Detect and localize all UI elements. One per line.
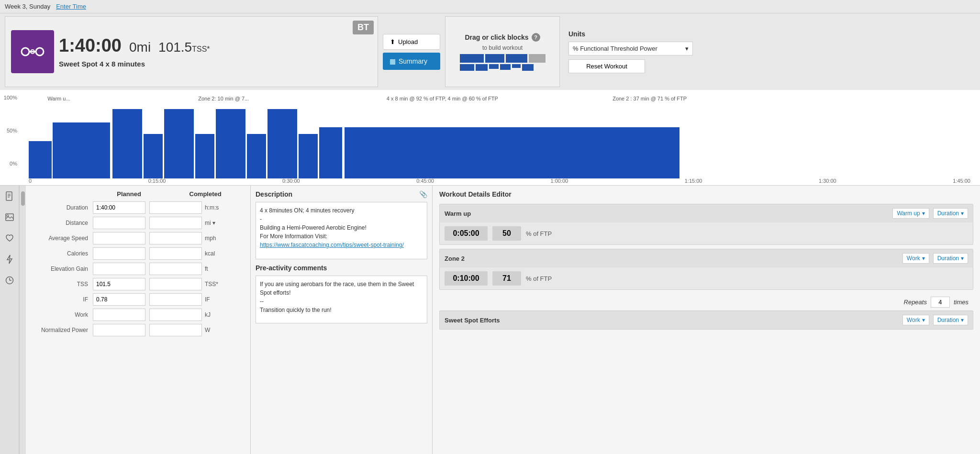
- block-item[interactable]: [460, 54, 484, 63]
- metrics-completed-input-7[interactable]: [149, 309, 202, 321]
- sidebar-bolt-icon[interactable]: [3, 253, 16, 266]
- metrics-planned-input-3[interactable]: [93, 247, 145, 260]
- metrics-completed-input-8[interactable]: [149, 324, 202, 336]
- warmup-percent-input[interactable]: [492, 226, 521, 241]
- block-item[interactable]: [500, 64, 511, 70]
- sidebar-heart-icon[interactable]: [3, 232, 16, 245]
- metrics-planned-input-7[interactable]: [93, 309, 145, 321]
- metrics-rows-container: Duration h:m:s Distance mi ▾ Average Spe…: [31, 201, 245, 336]
- metrics-label-1: Distance: [31, 220, 93, 226]
- y-label-50: 50%: [0, 128, 17, 133]
- sidebar-doc-icon[interactable]: [3, 189, 16, 203]
- sweetspot-title: Sweet Spot Efforts: [445, 317, 500, 324]
- metrics-panel: Planned Completed Duration h:m:s Distanc…: [26, 186, 251, 454]
- zone2-title: Zone 2: [445, 255, 465, 262]
- zone2-duration-dropdown[interactable]: Duration ▾: [933, 253, 968, 264]
- metrics-completed-input-4[interactable]: [149, 263, 202, 275]
- block-item[interactable]: [476, 64, 488, 71]
- svg-point-21: [7, 215, 9, 217]
- metrics-planned-input-5[interactable]: [93, 278, 145, 290]
- reset-workout-button[interactable]: Reset Workout: [568, 59, 645, 73]
- zone2-type-dropdown[interactable]: Work ▾: [902, 253, 929, 264]
- metrics-completed-input-6[interactable]: [149, 293, 202, 306]
- block-item[interactable]: [512, 64, 521, 68]
- metrics-completed-input-0[interactable]: [149, 201, 202, 214]
- zone2-controls: Work ▾ Duration ▾: [902, 253, 968, 264]
- pre-activity-text[interactable]: If you are using aerobars for the race, …: [256, 276, 427, 323]
- block-item[interactable]: [460, 64, 474, 71]
- zone2-percent-input[interactable]: [492, 271, 521, 286]
- chevron-down-icon: ▾: [961, 317, 964, 323]
- metrics-planned-input-0[interactable]: [93, 201, 145, 214]
- warmup-type-dropdown[interactable]: Warm up ▾: [892, 208, 929, 219]
- drag-blocks-panel: Drag or click blocks ? to build workout: [445, 16, 560, 87]
- svg-rect-9: [195, 134, 214, 178]
- metrics-label-4: Elevation Gain: [31, 266, 93, 272]
- editor-section-zone2: Zone 2 Work ▾ Duration ▾ % of FTP: [439, 249, 973, 290]
- sidebar-clock-icon[interactable]: [3, 274, 16, 287]
- bt-badge: BT: [353, 21, 374, 34]
- metrics-planned-input-6[interactable]: [93, 293, 145, 306]
- planned-header: Planned: [117, 190, 141, 198]
- zone2-time-input[interactable]: [445, 271, 488, 286]
- block-item[interactable]: [506, 54, 527, 63]
- paperclip-icon[interactable]: 📎: [419, 190, 427, 198]
- metrics-planned-input-2[interactable]: [93, 232, 145, 244]
- annotation-warmup: Warm u...: [47, 96, 70, 101]
- description-header: Description 📎: [256, 190, 427, 198]
- svg-rect-16: [6, 192, 12, 200]
- metrics-row: Calories kcal: [31, 247, 245, 260]
- summary-button[interactable]: ▦ Summary: [383, 53, 440, 70]
- sidebar-image-icon[interactable]: [3, 210, 16, 224]
- workout-main-stats: 1:40:00 0mi 101.5TSS*: [59, 35, 210, 56]
- metrics-unit-6: IF: [205, 296, 210, 303]
- chevron-down-icon: ▾: [922, 210, 925, 217]
- block-item[interactable]: [529, 54, 546, 63]
- sweetspot-duration-dropdown[interactable]: Duration ▾: [933, 315, 968, 325]
- block-item[interactable]: [489, 64, 499, 69]
- enter-time-link[interactable]: Enter Time: [56, 3, 86, 10]
- x-label-30: 0:30:00: [282, 178, 300, 184]
- description-link[interactable]: https://www.fascatcoaching.com/tips/swee…: [260, 242, 404, 248]
- chart-svg: [29, 104, 970, 178]
- bottom-section: Planned Completed Duration h:m:s Distanc…: [0, 186, 980, 454]
- warmup-duration-dropdown[interactable]: Duration ▾: [933, 208, 968, 219]
- block-item[interactable]: [485, 54, 504, 63]
- workout-icon: [11, 30, 54, 73]
- zone2-body: % of FTP: [440, 267, 973, 289]
- upload-button[interactable]: ⬆ Upload: [383, 34, 440, 50]
- svg-rect-8: [164, 109, 194, 178]
- metrics-label-5: TSS: [31, 281, 93, 288]
- summary-grid-icon: ▦: [390, 57, 396, 65]
- description-text[interactable]: 4 x 8minutes ON; 4 minutes recovery - Bu…: [256, 202, 427, 259]
- metrics-label-2: Average Speed: [31, 235, 93, 242]
- svg-point-0: [22, 48, 29, 55]
- block-item[interactable]: [522, 64, 534, 71]
- metrics-unit-2: mph: [205, 235, 216, 242]
- units-select[interactable]: % Functional Threshold Power ▾: [568, 42, 693, 55]
- chevron-down-icon: ▾: [961, 255, 964, 262]
- metrics-planned-input-4[interactable]: [93, 263, 145, 275]
- sweetspot-type-dropdown[interactable]: Work ▾: [902, 315, 929, 325]
- question-icon[interactable]: ?: [532, 33, 540, 42]
- metrics-unit-8: W: [205, 327, 210, 333]
- metrics-completed-input-5[interactable]: [149, 278, 202, 290]
- chevron-down-icon: ▾: [922, 255, 925, 262]
- svg-rect-13: [299, 134, 318, 178]
- metrics-planned-input-1[interactable]: [93, 217, 145, 229]
- metrics-planned-input-8[interactable]: [93, 324, 145, 336]
- upload-icon: ⬆: [390, 38, 395, 45]
- drag-blocks-sublabel: to build workout: [482, 44, 523, 51]
- warmup-time-input[interactable]: [445, 226, 488, 241]
- editor-section-sweetspot: Sweet Spot Efforts Work ▾ Duration ▾: [439, 310, 973, 330]
- metrics-completed-input-1[interactable]: [149, 217, 202, 229]
- metrics-completed-input-2[interactable]: [149, 232, 202, 244]
- editor-section-header-warmup: Warm up Warm up ▾ Duration ▾: [440, 204, 973, 222]
- units-section: Units % Functional Threshold Power ▾ Res…: [565, 16, 975, 87]
- pre-activity-header: Pre-activity comments: [256, 264, 427, 272]
- zone2-ftp-label: % of FTP: [526, 275, 552, 282]
- scrollbar-thumb[interactable]: [21, 191, 25, 206]
- metrics-completed-input-3[interactable]: [149, 247, 202, 260]
- annotation-main: 4 x 8 min @ 92 % of FTP, 4 min @ 60 % of…: [387, 96, 498, 101]
- repeats-input[interactable]: [931, 297, 950, 308]
